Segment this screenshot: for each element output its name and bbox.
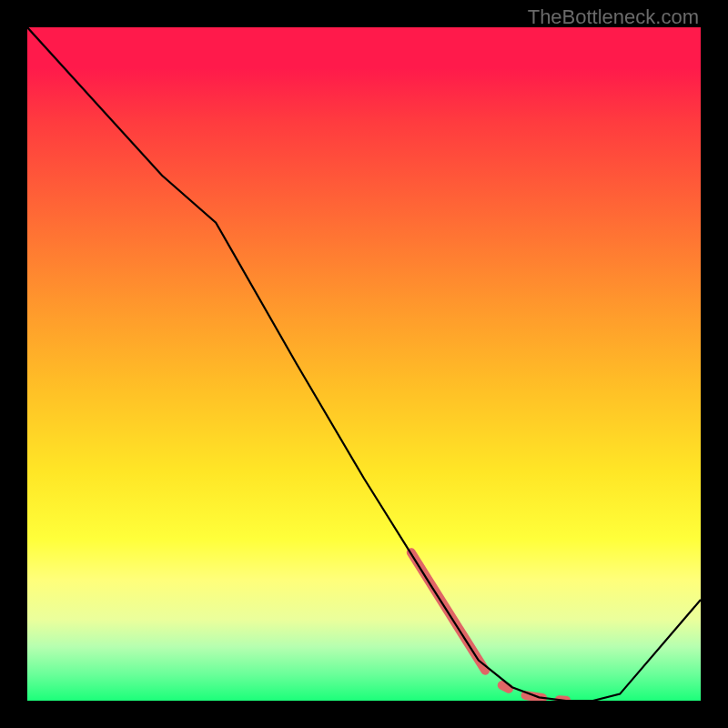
- watermark-text: TheBottleneck.com: [528, 5, 699, 29]
- chart-svg: [27, 27, 701, 701]
- main-curve: [27, 27, 701, 701]
- plot-area: [27, 27, 701, 701]
- chart-frame: TheBottleneck.com: [0, 0, 728, 728]
- highlight-segment: [502, 685, 509, 689]
- highlight-group: [411, 552, 566, 700]
